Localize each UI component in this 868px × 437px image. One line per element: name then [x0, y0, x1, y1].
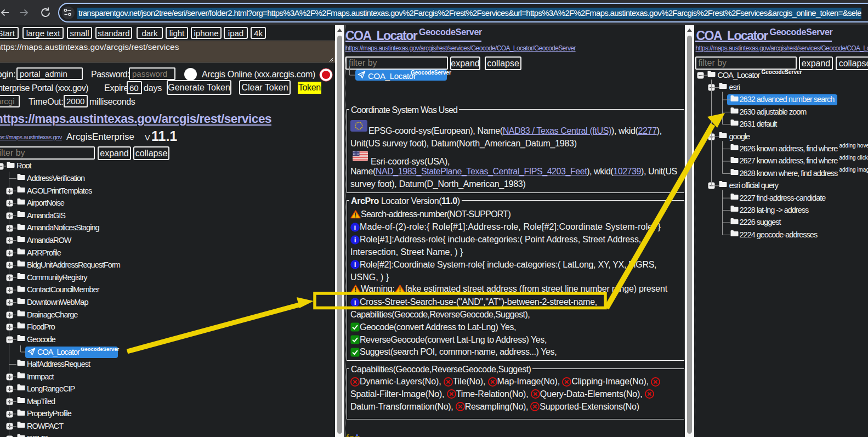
svg-text:i: i	[354, 261, 356, 269]
svg-text:i: i	[354, 298, 356, 307]
svg-text:i: i	[354, 223, 356, 231]
svg-text:i: i	[354, 236, 356, 244]
